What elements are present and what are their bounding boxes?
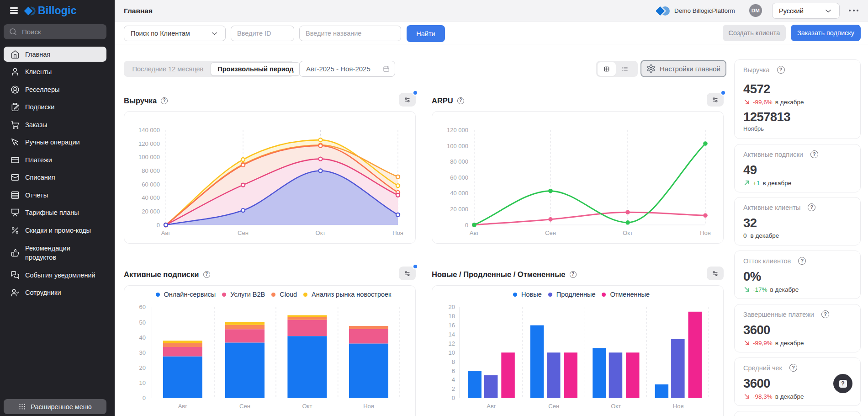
svg-text:4: 4 (452, 376, 455, 383)
svg-text:Окт: Окт (623, 229, 633, 236)
svg-text:30: 30 (139, 349, 146, 356)
svg-text:16: 16 (449, 322, 455, 329)
svg-text:60: 60 (139, 304, 146, 310)
svg-text:Авг: Авг (161, 229, 171, 236)
svg-text:80 000: 80 000 (450, 158, 468, 165)
svg-text:Авг: Авг (178, 403, 188, 410)
svg-text:Ноя: Ноя (700, 229, 711, 236)
svg-text:0: 0 (465, 222, 468, 229)
svg-text:10: 10 (139, 379, 146, 386)
svg-text:2: 2 (452, 385, 455, 392)
svg-text:60 000: 60 000 (450, 174, 468, 181)
svg-text:40 000: 40 000 (450, 190, 468, 197)
svg-text:10: 10 (449, 349, 455, 356)
svg-text:6: 6 (452, 368, 455, 374)
svg-text:0: 0 (157, 222, 160, 229)
svg-text:100 000: 100 000 (447, 143, 468, 149)
svg-text:Ноя: Ноя (673, 403, 684, 410)
svg-text:20 000: 20 000 (142, 208, 160, 215)
svg-text:Ноя: Ноя (392, 229, 403, 236)
svg-text:18: 18 (449, 313, 455, 320)
svg-text:Сен: Сен (545, 229, 556, 236)
svg-text:120 000: 120 000 (138, 140, 160, 147)
svg-text:Сен: Сен (238, 229, 249, 236)
svg-text:Окт: Окт (302, 403, 312, 410)
svg-text:0: 0 (452, 395, 455, 401)
svg-text:Сен: Сен (548, 403, 559, 410)
svg-text:Ноя: Ноя (363, 403, 374, 410)
svg-text:60 000: 60 000 (142, 181, 160, 188)
svg-text:8: 8 (452, 358, 455, 365)
svg-text:40: 40 (139, 334, 146, 341)
svg-text:100 000: 100 000 (138, 154, 160, 160)
svg-text:40 000: 40 000 (142, 194, 160, 201)
svg-text:20: 20 (449, 304, 455, 310)
svg-text:Окт: Окт (611, 403, 621, 410)
svg-text:120 000: 120 000 (447, 127, 468, 133)
svg-text:20 000: 20 000 (450, 206, 468, 213)
svg-text:0: 0 (143, 395, 146, 401)
svg-text:12: 12 (449, 340, 455, 347)
svg-text:50: 50 (139, 319, 146, 326)
svg-text:Авг: Авг (470, 229, 479, 236)
svg-text:20: 20 (139, 364, 146, 371)
svg-text:80 000: 80 000 (142, 167, 160, 174)
svg-text:14: 14 (449, 331, 455, 338)
svg-text:Авг: Авг (487, 403, 496, 410)
svg-text:140 000: 140 000 (138, 127, 160, 133)
svg-text:Окт: Окт (316, 229, 326, 236)
svg-text:Сен: Сен (239, 403, 250, 410)
